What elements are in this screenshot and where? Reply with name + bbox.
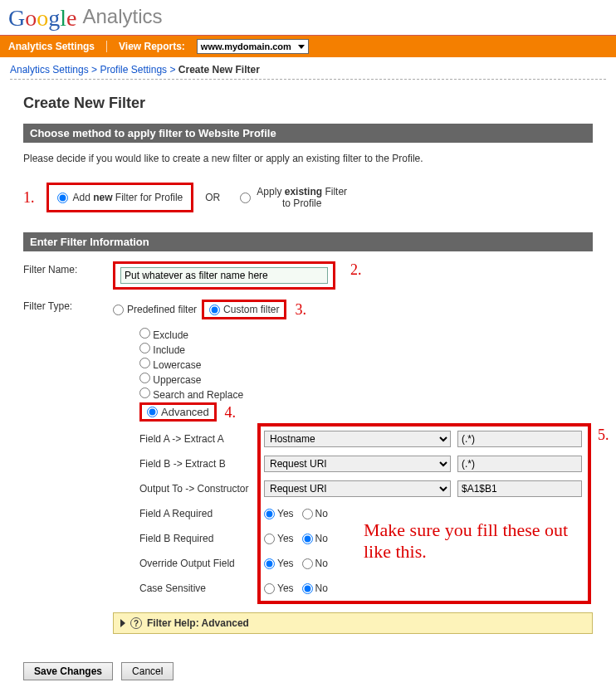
breadcrumb-profile-settings[interactable]: Profile Settings	[100, 64, 167, 76]
custom-filter-options: Exclude Include Lowercase Uppercase Sear…	[139, 328, 593, 422]
radio-uppercase[interactable]: Uppercase	[139, 373, 593, 386]
section-method-title: Choose method to apply filter to Website…	[23, 124, 593, 143]
button-row: Save Changes Cancel	[0, 651, 616, 692]
filter-name-row: Filter Name: 2.	[23, 261, 593, 290]
output-select[interactable]: Request URI	[264, 480, 451, 497]
custom-filter-box: Custom filter	[202, 300, 286, 319]
nav-view-reports-label: View Reports:	[119, 41, 185, 52]
radio-exclude[interactable]: Exclude	[139, 328, 593, 341]
field-b-req-no[interactable]: No	[302, 533, 328, 544]
radio-lowercase[interactable]: Lowercase	[139, 358, 593, 371]
case-sensitive-label: Case Sensitive	[139, 582, 264, 594]
analytics-label: Analytics	[82, 5, 162, 27]
field-a-label: Field A -> Extract A	[139, 433, 264, 445]
page-title: Create New Filter	[23, 95, 593, 112]
annotation-3: 3.	[295, 301, 306, 319]
annotation-note: Make sure you fill these out like this.	[364, 519, 579, 563]
filter-help-panel[interactable]: ? Filter Help: Advanced	[113, 612, 593, 634]
advanced-box: Advanced	[139, 402, 217, 422]
radio-apply-existing-input[interactable]	[240, 193, 251, 203]
field-a-extract-input[interactable]	[457, 431, 582, 447]
field-b-label: Field B -> Extract B	[139, 458, 264, 470]
radio-advanced-label: Advanced	[161, 406, 209, 418]
field-a-select[interactable]: Hostname	[264, 431, 451, 447]
radio-search-replace[interactable]: Search and Replace	[139, 387, 593, 401]
output-constructor-input[interactable]	[457, 480, 582, 497]
annotation-5: 5.	[598, 426, 609, 444]
breadcrumb-current: Create New Filter	[178, 64, 260, 76]
case-yes[interactable]: Yes	[264, 582, 294, 594]
annotation-4: 4.	[224, 404, 236, 421]
nav-analytics-settings[interactable]: Analytics Settings	[8, 41, 95, 52]
domain-dropdown[interactable]: www.mydomain.com	[197, 39, 309, 54]
filter-name-label: Filter Name:	[23, 261, 98, 275]
section-info-title: Enter Filter Information	[23, 232, 593, 251]
radio-predefined-filter[interactable]: Predefined filter	[113, 304, 197, 315]
cancel-button[interactable]: Cancel	[121, 662, 174, 680]
radio-custom-input[interactable]	[209, 305, 220, 315]
filter-name-input[interactable]	[120, 267, 328, 284]
filter-type-label: Filter Type:	[23, 298, 98, 312]
radio-apply-existing-filter[interactable]: Apply existing Filter to Profile	[232, 179, 356, 216]
filter-type-row: Filter Type: Predefined filter Custom fi…	[23, 298, 593, 319]
breadcrumb: Analytics Settings > Profile Settings > …	[0, 57, 616, 79]
field-a-req-yes[interactable]: Yes	[264, 508, 294, 519]
override-label: Override Output Field	[139, 558, 264, 569]
annotation-2: 2.	[350, 261, 362, 279]
filter-name-box	[113, 261, 335, 290]
or-label: OR	[205, 192, 220, 203]
help-icon: ?	[130, 617, 142, 629]
field-b-extract-input[interactable]	[457, 456, 582, 472]
annotation-1: 1.	[23, 189, 35, 207]
section-method-desc: Please decide if you would like to creat…	[23, 153, 593, 164]
field-b-required-label: Field B Required	[139, 533, 264, 544]
google-logo: Google	[8, 5, 82, 31]
radio-custom-label: Custom filter	[223, 304, 279, 315]
case-no[interactable]: No	[302, 582, 328, 594]
radio-predefined-input[interactable]	[113, 305, 124, 315]
chevron-down-icon	[298, 45, 305, 49]
expand-icon	[120, 619, 125, 627]
filter-help-label: Filter Help: Advanced	[147, 617, 249, 629]
field-b-req-yes[interactable]: Yes	[264, 533, 294, 544]
field-a-required-label: Field A Required	[139, 508, 264, 519]
advanced-fields: 5. Make sure you fill these out like thi…	[139, 426, 593, 601]
radio-include[interactable]: Include	[139, 343, 593, 356]
radio-advanced-input[interactable]	[147, 407, 158, 417]
breadcrumb-analytics-settings[interactable]: Analytics Settings	[10, 64, 89, 76]
field-a-req-no[interactable]: No	[302, 508, 328, 519]
save-button[interactable]: Save Changes	[23, 662, 113, 680]
override-yes[interactable]: Yes	[264, 558, 294, 569]
radio-add-new-filter[interactable]: Add new Filter for Profile	[46, 183, 194, 212]
top-nav: Analytics Settings View Reports: www.myd…	[0, 35, 616, 57]
method-row: 1. Add new Filter for Profile OR Apply e…	[23, 179, 593, 216]
logo-bar: Google Analytics	[0, 0, 616, 35]
radio-add-new-input[interactable]	[57, 193, 68, 203]
override-no[interactable]: No	[302, 558, 328, 569]
field-b-select[interactable]: Request URI	[264, 456, 451, 472]
output-label: Output To -> Constructor	[139, 483, 264, 495]
nav-divider	[106, 41, 107, 52]
domain-dropdown-value: www.mydomain.com	[201, 41, 291, 51]
divider-dashed	[10, 79, 606, 80]
